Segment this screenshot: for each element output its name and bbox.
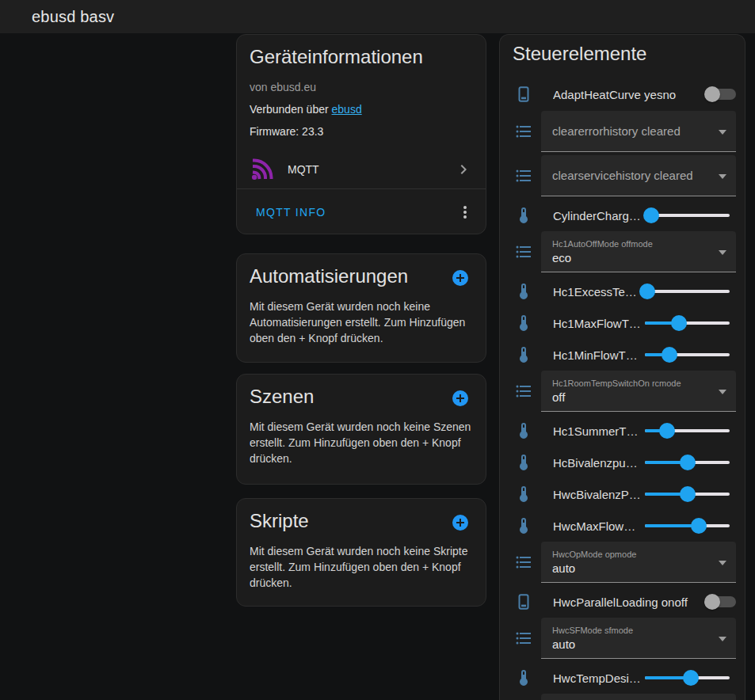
slider[interactable] xyxy=(645,339,730,371)
list-icon xyxy=(514,382,533,401)
control-row: clearservicehistory cleared xyxy=(500,155,745,196)
select-value: auto xyxy=(552,637,712,651)
control-row: Hc1SummerT… xyxy=(500,415,745,447)
toggle-switch[interactable] xyxy=(704,85,736,104)
add-scene-button[interactable] xyxy=(451,389,470,408)
control-row: HwcMaxFlow… xyxy=(500,510,745,542)
select-label: HwcOpMode opmode xyxy=(552,550,712,559)
slider[interactable] xyxy=(645,415,730,447)
entity-label: HwcParallelLoading onoff xyxy=(553,595,704,609)
select-field[interactable]: Hc1AutoOffMode offmode eco xyxy=(541,231,736,272)
cellphone-icon xyxy=(514,85,533,104)
scripts-empty-text: Mit diesem Gerät wurden noch keine Skrip… xyxy=(250,543,473,603)
entity-label: HcBivalenzpu… xyxy=(553,456,645,470)
select-field[interactable]: clearerrorhistory cleared xyxy=(541,111,736,152)
control-row: Hc1MinFlowT… xyxy=(500,339,745,371)
slider[interactable] xyxy=(645,276,730,307)
toggle-switch[interactable] xyxy=(704,592,736,611)
device-info-column: Geräteinformationen von ebusd.eu Verbund… xyxy=(236,34,486,619)
scenes-card: Szenen Mit diesem Gerät wurden noch kein… xyxy=(236,374,486,485)
slider[interactable] xyxy=(645,662,730,694)
select-field[interactable]: Hc1RoomTempSwitchOn rcmode off xyxy=(541,371,736,412)
slider[interactable] xyxy=(645,200,730,231)
control-row: Hc1AutoOffMode offmode eco xyxy=(500,231,745,272)
select-field[interactable]: HwcSFMode sfmode auto xyxy=(541,618,736,659)
plus-circle-icon xyxy=(451,389,470,408)
plus-circle-icon xyxy=(451,268,470,287)
slider[interactable] xyxy=(645,447,730,478)
slider-thumb[interactable] xyxy=(691,518,707,534)
chevron-down-icon xyxy=(719,561,726,565)
slider-thumb[interactable] xyxy=(680,486,696,502)
slider[interactable] xyxy=(645,510,730,542)
select-value: auto xyxy=(552,561,712,575)
controls-title: Steuerelemente xyxy=(513,44,732,64)
device-info-title: Geräteinformationen xyxy=(250,44,473,70)
slider-thumb[interactable] xyxy=(662,347,677,363)
scenes-empty-text: Mit diesem Gerät wurden noch keine Szene… xyxy=(250,419,473,479)
slider-thumb[interactable] xyxy=(659,423,675,439)
entity-label: HwcBivalenzP… xyxy=(553,488,645,501)
device-firmware: Firmware: 23.3 xyxy=(250,124,473,139)
entity-label: Hc1MinFlowT… xyxy=(553,348,645,362)
slider-thumb[interactable] xyxy=(680,455,696,470)
back-arrow-icon[interactable]: ← xyxy=(0,7,2,24)
mqtt-icon xyxy=(250,157,275,182)
scenes-title: Szenen xyxy=(250,384,473,409)
add-script-button[interactable] xyxy=(451,513,470,532)
thermometer-icon xyxy=(514,516,533,535)
select-field[interactable]: clearservicehistory cleared xyxy=(541,155,736,196)
connected-via-link[interactable]: ebusd xyxy=(332,103,362,116)
select-field[interactable]: HwcOpMode opmode auto xyxy=(541,542,736,583)
automations-title: Automatisierungen xyxy=(250,264,473,289)
entity-label: HwcTempDesi… xyxy=(553,671,645,685)
automations-empty-text: Mit diesem Gerät wurden noch keine Autom… xyxy=(250,299,473,359)
mqtt-info-button[interactable]: MQTT INFO xyxy=(256,206,456,219)
entity-label: Hc1ExcessTe… xyxy=(553,285,645,299)
select-field[interactable] xyxy=(541,694,736,700)
select-label: Hc1RoomTempSwitchOn rcmode xyxy=(552,379,712,388)
control-row: clearerrorhistory cleared xyxy=(500,111,745,152)
controls-card: Steuerelemente AdaptHeatCurve yesno clea… xyxy=(499,34,745,700)
cellphone-icon xyxy=(514,592,533,611)
add-automation-button[interactable] xyxy=(451,268,470,287)
chevron-right-icon xyxy=(454,160,473,179)
select-label: clearerrorhistory cleared xyxy=(552,124,712,138)
entity-label: Hc1MaxFlowT… xyxy=(553,317,645,330)
thermometer-icon xyxy=(514,345,533,364)
device-connected-via: Verbunden über ebusd xyxy=(250,101,473,117)
list-icon xyxy=(514,122,533,141)
thermometer-icon xyxy=(514,282,533,301)
scripts-title: Skripte xyxy=(250,508,473,534)
slider-thumb[interactable] xyxy=(639,283,655,299)
thermometer-icon xyxy=(514,453,533,472)
slider[interactable] xyxy=(645,307,730,339)
slider-thumb[interactable] xyxy=(643,207,659,223)
control-row: HwcOpMode opmode auto xyxy=(500,542,745,583)
plus-circle-icon xyxy=(451,513,470,532)
control-row: AdaptHeatCurve yesno xyxy=(500,78,745,111)
toggle-knob xyxy=(704,594,720,610)
list-icon xyxy=(514,242,533,261)
device-card-footer: MQTT INFO xyxy=(237,189,486,234)
slider-thumb[interactable] xyxy=(683,670,699,686)
device-manufacturer: von ebusd.eu xyxy=(250,79,473,95)
kebab-menu-icon[interactable] xyxy=(456,203,475,222)
entity-label: AdaptHeatCurve yesno xyxy=(553,88,704,101)
control-row: CylinderCharg… xyxy=(500,200,745,231)
entity-label: CylinderCharg… xyxy=(553,209,645,223)
select-value: off xyxy=(552,390,712,404)
slider[interactable] xyxy=(645,478,730,510)
automations-card: Automatisierungen Mit diesem Gerät wurde… xyxy=(236,253,486,363)
control-row: HwcParallelLoading onoff xyxy=(500,586,745,618)
slider-track xyxy=(645,290,730,293)
device-info-card: Geräteinformationen von ebusd.eu Verbund… xyxy=(236,34,486,234)
chevron-down-icon xyxy=(719,637,726,641)
control-row: HwcSFMode sfmode auto xyxy=(500,618,745,659)
mqtt-integration-row[interactable]: MQTT xyxy=(250,150,473,188)
page-title: ebusd basv xyxy=(32,8,114,26)
list-icon xyxy=(514,629,533,648)
slider-thumb[interactable] xyxy=(671,315,687,331)
thermometer-icon xyxy=(514,314,533,333)
select-value: eco xyxy=(552,251,712,264)
